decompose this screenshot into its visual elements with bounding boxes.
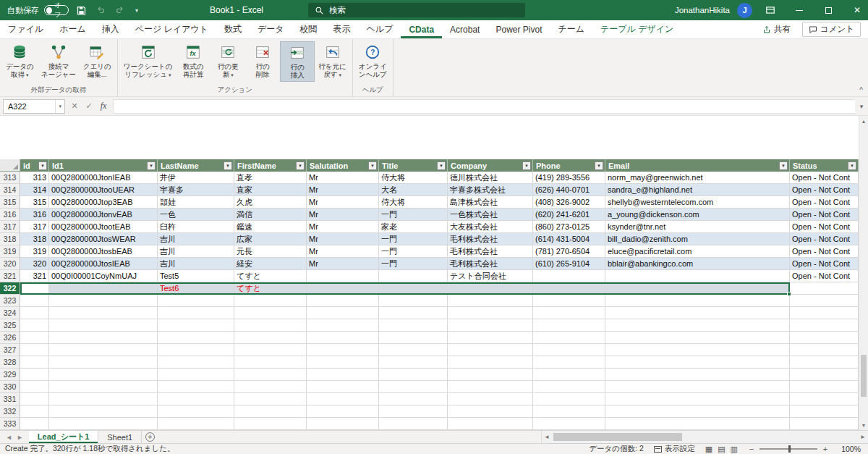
cell-id-314[interactable]: 314 [20, 184, 49, 196]
cell-id-316[interactable]: 316 [20, 209, 49, 221]
cell-Email-326[interactable] [605, 332, 790, 344]
cell-Email-329[interactable] [605, 369, 790, 381]
cell-id-328[interactable] [20, 356, 49, 369]
row-header-328[interactable]: 328 [0, 356, 20, 369]
cell-Salutation-314[interactable]: Mr [307, 184, 379, 196]
cell-Title-324[interactable] [379, 307, 448, 319]
cell-Email-313[interactable]: norm_may@greenwich.net [605, 172, 790, 184]
cell-FirstName-332[interactable] [234, 405, 307, 418]
cell-Email-333[interactable] [605, 418, 790, 430]
cell-Title-315[interactable]: 侍大将 [379, 196, 448, 209]
cell-Id1-319[interactable]: 00Q2800000JtosbEAB [49, 245, 158, 258]
sheet-nav-right-icon[interactable]: ► [17, 434, 23, 441]
page-layout-view-icon[interactable]: ▤ [718, 445, 725, 454]
horizontal-scrollbar[interactable]: ◄ ► [541, 431, 868, 443]
cell-Salutation-330[interactable] [307, 381, 379, 393]
cell-FirstName-317[interactable]: 鑑速 [234, 221, 307, 233]
cell-Salutation-333[interactable] [307, 418, 379, 430]
cell-Status-326[interactable] [790, 332, 859, 344]
cell-Id1-331[interactable] [49, 393, 158, 405]
minimize-button[interactable] [788, 0, 810, 20]
cell-id-326[interactable] [20, 332, 49, 344]
cell-Title-313[interactable]: 侍大将 [379, 172, 448, 184]
cell-Email-321[interactable] [605, 270, 790, 282]
cell-Phone-330[interactable] [533, 381, 605, 393]
row-header-324[interactable]: 324 [0, 307, 20, 319]
cell-Id1-320[interactable]: 00Q2800000JtosIEAB [49, 258, 158, 270]
cell-Email-324[interactable] [605, 307, 790, 319]
cell-Salutation-319[interactable]: Mr [307, 245, 379, 258]
filter-dropdown-icon[interactable]: ▼ [522, 161, 531, 170]
filter-dropdown-icon[interactable]: ▼ [595, 161, 603, 170]
cell-Company-324[interactable] [448, 307, 533, 319]
cell-Company-316[interactable]: 一色株式会社 [448, 209, 533, 221]
cell-id-313[interactable]: 313 [20, 172, 49, 184]
cell-Status-331[interactable] [790, 393, 859, 405]
cell-Status-315[interactable]: Open - Not Cont [790, 196, 859, 209]
filter-dropdown-icon[interactable]: ▼ [437, 161, 446, 170]
row-header-319[interactable]: 319 [0, 245, 20, 258]
cell-Company-330[interactable] [448, 381, 533, 393]
sheet-nav-left-icon[interactable]: ◄ [6, 434, 12, 441]
maximize-button[interactable] [817, 0, 839, 20]
cell-id-325[interactable] [20, 319, 49, 332]
cell-FirstName-327[interactable] [234, 344, 307, 356]
recalculate-button[interactable]: fx 数式の 再計算 [176, 41, 210, 80]
row-header-330[interactable]: 330 [0, 381, 20, 393]
cell-id-320[interactable]: 320 [20, 258, 49, 270]
cell-id-317[interactable]: 317 [20, 221, 49, 233]
cell-Salutation-329[interactable] [307, 369, 379, 381]
cell-Id1-316[interactable]: 00Q2800000JtonvEAB [49, 209, 158, 221]
cell-Company-313[interactable]: 徳川株式会社 [448, 172, 533, 184]
cell-LastName-323[interactable] [158, 295, 234, 307]
cell-Phone-324[interactable] [533, 307, 605, 319]
cell-Email-314[interactable]: sandra_e@highland.net [605, 184, 790, 196]
sheet-tab-Lead_シート1[interactable]: Lead_シート1 [29, 431, 98, 443]
cell-id-315[interactable]: 315 [20, 196, 49, 209]
ribbon-tab-数式[interactable]: 数式 [216, 20, 250, 38]
cell-Phone-313[interactable]: (419) 289-3556 [533, 172, 605, 184]
cell-id-322[interactable] [20, 282, 49, 295]
cell-LastName-318[interactable]: 吉川 [158, 233, 234, 245]
cell-LastName-327[interactable] [158, 344, 234, 356]
cell-FirstName-329[interactable] [234, 369, 307, 381]
cell-FirstName-326[interactable] [234, 332, 307, 344]
cell-id-332[interactable] [20, 405, 49, 418]
cell-Company-315[interactable]: 島津株式会社 [448, 196, 533, 209]
cell-Company-328[interactable] [448, 356, 533, 369]
row-header-332[interactable]: 332 [0, 405, 20, 418]
cell-LastName-329[interactable] [158, 369, 234, 381]
cell-Title-314[interactable]: 大名 [379, 184, 448, 196]
cell-FirstName-316[interactable]: 満信 [234, 209, 307, 221]
cell-Status-330[interactable] [790, 381, 859, 393]
cell-Id1-327[interactable] [49, 344, 158, 356]
cell-Phone-314[interactable]: (626) 440-0701 [533, 184, 605, 196]
cell-LastName-330[interactable] [158, 381, 234, 393]
get-data-button[interactable]: データの 取得▾ [2, 41, 38, 80]
cell-Status-317[interactable]: Open - Not Cont [790, 221, 859, 233]
cell-Company-331[interactable] [448, 393, 533, 405]
share-button[interactable]: 共有 [757, 22, 796, 36]
vertical-scrollbar[interactable]: ▲ ▼ [859, 116, 868, 430]
cell-Status-328[interactable] [790, 356, 859, 369]
cell-Id1-317[interactable]: 00Q2800000JtootEAB [49, 221, 158, 233]
row-header-333[interactable]: 333 [0, 418, 20, 430]
cell-Email-318[interactable]: bill_dadio@zenith.com [605, 233, 790, 245]
formula-bar-expanded-area[interactable] [0, 116, 859, 159]
cell-Company-320[interactable]: 毛利株式会社 [448, 258, 533, 270]
ribbon-tab-チーム[interactable]: チーム [550, 20, 592, 38]
cell-Phone-327[interactable] [533, 344, 605, 356]
column-header-Title[interactable]: Title▼ [379, 159, 448, 172]
cell-FirstName-315[interactable]: 久虎 [234, 196, 307, 209]
update-row-button[interactable]: 行の更 新▾ [210, 41, 245, 80]
zoom-slider-thumb[interactable] [788, 445, 791, 453]
cell-Status-319[interactable]: Open - Not Cont [790, 245, 859, 258]
cell-FirstName-330[interactable] [234, 381, 307, 393]
cell-Email-327[interactable] [605, 344, 790, 356]
close-button[interactable]: ✕ [846, 0, 868, 20]
cell-FirstName-324[interactable] [234, 307, 307, 319]
cell-id-324[interactable] [20, 307, 49, 319]
cell-Id1-332[interactable] [49, 405, 158, 418]
cell-Phone-320[interactable]: (610) 265-9104 [533, 258, 605, 270]
delete-row-button[interactable]: 行の 削除 [245, 41, 280, 80]
